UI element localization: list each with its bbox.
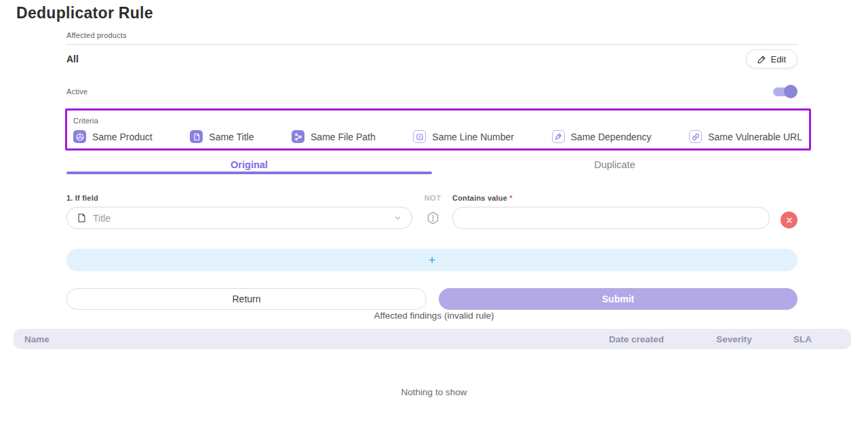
active-toggle[interactable]	[773, 85, 797, 98]
column-header-sla: SLA	[770, 334, 812, 344]
not-column: NOT	[419, 194, 446, 229]
edit-products-button[interactable]: Edit	[746, 49, 797, 68]
delete-row-column	[770, 209, 797, 231]
line-number-icon	[413, 130, 426, 143]
criteria-item-label: Same Line Number	[432, 132, 514, 142]
deduplicator-rule-page: Deduplicator Rule Affected products All …	[0, 0, 868, 421]
field-document-icon	[77, 213, 87, 223]
criteria-item-label: Same File Path	[311, 132, 376, 142]
close-icon	[785, 216, 793, 224]
pencil-icon	[757, 55, 766, 64]
product-icon	[73, 130, 86, 143]
empty-table-message: Nothing to show	[0, 387, 868, 397]
column-header-severity: Severity	[698, 334, 770, 344]
criteria-item-label: Same Product	[92, 132, 153, 142]
document-icon	[190, 130, 203, 143]
not-toggle-icon[interactable]	[426, 207, 440, 229]
contains-value-column: Contains value *	[452, 194, 770, 229]
not-label: NOT	[425, 194, 441, 202]
required-asterisk: *	[509, 194, 512, 202]
if-field-column: 1. If field Title	[66, 194, 412, 229]
contains-value-label-text: Contains value	[452, 194, 507, 202]
criteria-item-label: Same Title	[209, 132, 254, 142]
divider	[66, 44, 797, 45]
link-icon	[689, 130, 702, 143]
active-tab-indicator	[66, 172, 432, 174]
rule-condition-row: 1. If field Title NOT Conta	[66, 194, 797, 231]
affected-products-label: Affected products	[66, 31, 127, 39]
criteria-item-label: Same Dependency	[571, 132, 652, 142]
chevron-down-icon	[393, 214, 402, 222]
if-field-label: 1. If field	[66, 194, 412, 202]
tab-original-label: Original	[231, 159, 268, 170]
dependency-icon	[552, 130, 565, 143]
original-duplicate-tabs: Original Duplicate	[66, 155, 797, 180]
field-select-value: Title	[93, 213, 387, 224]
criteria-item-label: Same Vulnerable URL	[708, 132, 802, 142]
criteria-box: Criteria Same Product Same Title	[65, 108, 811, 151]
column-header-name: Name	[24, 334, 609, 344]
criteria-same-title[interactable]: Same Title	[190, 130, 254, 143]
return-button[interactable]: Return	[66, 288, 427, 310]
criteria-same-vulnerable-url[interactable]: Same Vulnerable URL	[689, 130, 802, 143]
tab-duplicate[interactable]: Duplicate	[432, 155, 797, 180]
page-title: Deduplicator Rule	[16, 4, 153, 22]
toggle-knob	[784, 85, 797, 98]
tab-underline-spacer	[432, 172, 797, 174]
delete-row-button[interactable]	[781, 212, 797, 228]
criteria-same-file-path[interactable]: Same File Path	[292, 130, 376, 143]
affected-findings-title: Affected findings (invalid rule)	[0, 310, 868, 321]
branch-icon	[292, 130, 304, 143]
affected-products-value: All	[66, 54, 79, 64]
criteria-same-line-number[interactable]: Same Line Number	[413, 130, 514, 143]
tab-original[interactable]: Original	[66, 155, 432, 180]
affected-products-row: All Edit	[66, 49, 797, 68]
criteria-label: Criteria	[73, 117, 98, 125]
active-row: Active	[66, 85, 797, 98]
edit-button-label: Edit	[771, 54, 786, 64]
form-actions: Return Submit	[66, 288, 797, 310]
criteria-same-dependency[interactable]: Same Dependency	[552, 130, 652, 143]
active-label: Active	[66, 87, 87, 96]
tab-duplicate-label: Duplicate	[594, 159, 635, 170]
contains-value-label: Contains value *	[452, 194, 770, 202]
contains-value-input[interactable]	[452, 207, 770, 229]
field-select[interactable]: Title	[66, 207, 412, 229]
rule-form: Affected products All Edit Active Criter…	[66, 28, 797, 310]
add-condition-bar[interactable]: +	[66, 249, 797, 271]
plus-icon: +	[428, 254, 435, 266]
column-header-date-created: Date created	[609, 334, 698, 344]
criteria-same-product[interactable]: Same Product	[73, 130, 153, 143]
criteria-items: Same Product Same Title Same File Path	[73, 130, 802, 143]
findings-table-header: Name Date created Severity SLA	[14, 329, 851, 349]
submit-button[interactable]: Submit	[439, 288, 797, 310]
